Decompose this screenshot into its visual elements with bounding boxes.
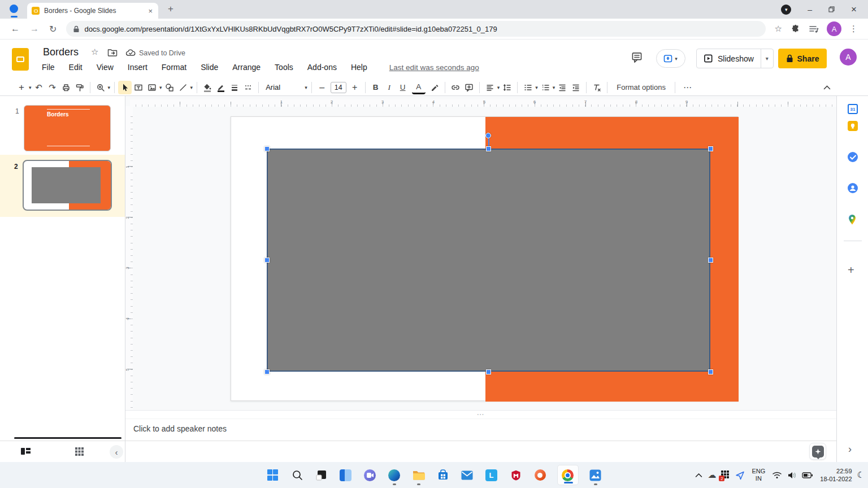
start-button[interactable] [266,468,280,482]
new-slide-caret-icon[interactable]: ▾ [28,85,32,90]
bulleted-list-caret-icon[interactable]: ▾ [535,85,539,90]
address-input[interactable]: docs.google.com/presentation/d/1XtGxYxLV… [66,21,765,37]
tab-close-icon[interactable]: × [147,7,154,15]
border-color-icon[interactable] [214,81,228,94]
maps-icon[interactable] [848,214,858,224]
slides-logo-icon[interactable] [12,48,29,71]
insert-link-icon[interactable] [449,81,462,94]
forward-button[interactable]: → [25,24,44,34]
undo-button[interactable]: ↶ [32,81,46,94]
rotation-handle[interactable] [485,133,491,138]
resize-handle-ne[interactable] [708,146,713,151]
numbered-list-icon[interactable] [539,81,552,94]
menu-insert[interactable]: Insert [128,63,147,72]
restore-button[interactable] [828,6,835,12]
keep-icon[interactable] [848,121,858,131]
contacts-icon[interactable] [848,183,858,193]
store-icon[interactable] [436,468,450,482]
language-indicator[interactable]: ENGIN [752,468,765,482]
close-button[interactable]: × [851,5,857,14]
resize-handle-w[interactable] [264,258,270,263]
photos-icon[interactable] [588,468,603,482]
font-size-input[interactable]: 14 [331,82,346,93]
new-tab-button[interactable]: + [168,3,173,15]
tasks-icon[interactable] [848,152,858,162]
minimize-button[interactable]: – [808,6,812,14]
grid-view-icon[interactable] [75,447,84,456]
slide-canvas[interactable]: 1 2 3 4 5 6 7 8 9 1 2 3 4 5 [125,96,836,410]
file-explorer-icon[interactable] [411,468,426,482]
hide-menus-icon[interactable] [821,81,833,94]
line-icon[interactable] [176,81,190,94]
filmstrip-view-icon[interactable] [20,447,31,456]
clock[interactable]: 22:5918-01-2022 [820,467,852,483]
resize-handle-e[interactable] [708,258,713,263]
text-color-button[interactable]: A [412,81,426,94]
slideshow-button[interactable]: Slideshow ▾ [696,49,774,68]
zoom-caret-icon[interactable]: ▾ [107,85,111,90]
browser-menu-icon[interactable]: ⋮ [845,24,862,34]
mail-icon[interactable] [460,468,475,482]
line-caret-icon[interactable]: ▾ [190,85,194,90]
clear-formatting-icon[interactable] [590,81,604,94]
menu-tools[interactable]: Tools [275,63,293,72]
menu-arrange[interactable]: Arrange [232,63,261,72]
menu-edit[interactable]: Edit [69,63,83,72]
star-document-icon[interactable]: ☆ [91,47,98,57]
taskbar-search-icon[interactable] [290,468,305,482]
office-icon[interactable] [533,468,548,482]
move-to-folder-icon[interactable] [107,48,118,57]
account-avatar[interactable]: A [840,49,857,66]
menu-addons[interactable]: Add-ons [307,63,337,72]
notification-grid-icon[interactable]: 2 [721,470,730,480]
app-l-icon[interactable]: L [484,468,499,482]
print-icon[interactable] [59,81,73,94]
resize-handle-se[interactable] [708,369,713,374]
font-caret-icon[interactable]: ▾ [304,85,308,90]
slide-1-thumbnail[interactable]: Borders [24,105,111,151]
calendar-icon[interactable]: 31 [848,104,858,114]
underline-button[interactable]: U [396,81,410,94]
resize-handle-s[interactable] [486,369,491,374]
align-icon[interactable] [483,81,497,94]
back-button[interactable]: ← [6,24,25,34]
zoom-icon[interactable] [94,81,107,94]
expand-panel-icon[interactable]: › [848,443,852,455]
chat-icon[interactable] [363,468,377,482]
present-to-meeting-button[interactable]: ▾ [656,49,685,68]
more-icon[interactable]: ⋯ [679,82,697,93]
mcafee-icon[interactable] [509,468,523,482]
resize-handle-sw[interactable] [264,369,270,374]
battery-icon[interactable] [802,472,813,479]
filmstrip-scrollbar[interactable] [14,437,121,439]
insert-image-icon[interactable] [145,81,159,94]
bold-button[interactable]: B [369,81,383,94]
font-family-select[interactable]: Arial [262,83,304,91]
decrease-indent-icon[interactable] [555,81,569,94]
bulleted-list-icon[interactable] [521,81,535,94]
menu-help[interactable]: Help [351,63,367,72]
redo-button[interactable]: ↷ [46,81,59,94]
border-dash-icon[interactable] [241,81,255,94]
volume-icon[interactable] [787,471,797,480]
resize-handle-n[interactable] [486,146,491,151]
media-controls-icon[interactable]: ▾ [781,5,791,15]
widgets-icon[interactable] [338,468,353,482]
share-button[interactable]: Share [778,49,827,68]
increase-indent-icon[interactable] [569,81,583,94]
selected-gray-rectangle-shape[interactable] [267,149,710,372]
italic-button[interactable]: I [383,81,396,94]
reload-button[interactable]: ↻ [44,24,62,34]
bookmark-star-icon[interactable]: ☆ [770,24,787,34]
add-addon-icon[interactable]: + [848,264,854,277]
menu-file[interactable]: File [42,63,55,72]
wifi-icon[interactable] [772,471,782,479]
new-slide-button[interactable]: + [15,81,28,94]
menu-view[interactable]: View [97,63,114,72]
speaker-notes[interactable]: Click to add speaker notes [125,419,836,441]
select-tool-button[interactable] [118,81,132,94]
slideshow-caret-icon[interactable]: ▾ [761,49,773,68]
browser-avatar[interactable]: A [827,21,841,36]
highlight-color-icon[interactable] [428,81,441,94]
notes-resize-handle[interactable]: ⋯ [125,410,836,419]
